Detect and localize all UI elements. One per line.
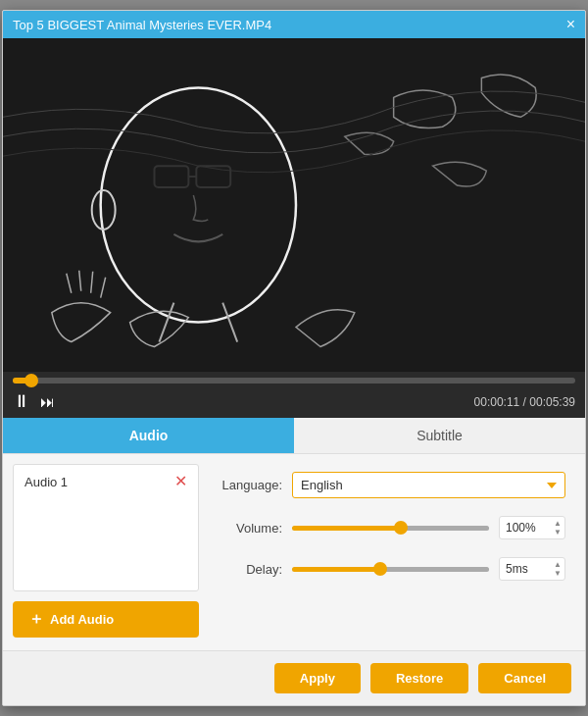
language-row: Language: English French Spanish German … xyxy=(219,472,565,498)
video-placeholder xyxy=(3,38,585,372)
restore-button[interactable]: Restore xyxy=(370,663,468,693)
add-audio-button[interactable]: ＋ Add Audio xyxy=(13,601,199,638)
title-bar: Top 5 BIGGEST Animal Mysteries EVER.MP4 … xyxy=(3,11,585,38)
delay-slider-container xyxy=(292,567,489,572)
volume-down-btn[interactable]: ▼ xyxy=(552,529,564,537)
controls-bar: ⏸ ⏭ 00:00:11 / 00:05:39 xyxy=(3,372,585,418)
audio-item-label: Audio 1 xyxy=(24,475,68,489)
volume-thumb[interactable] xyxy=(394,521,408,535)
volume-track[interactable] xyxy=(292,526,489,531)
tabs-row: Audio Subtitle xyxy=(3,418,585,454)
delay-value-wrapper: ▲ ▼ xyxy=(499,557,565,581)
pause-icon: ⏸ xyxy=(13,391,30,412)
plus-icon: ＋ xyxy=(28,609,44,630)
panel-body: Audio 1 ✕ ＋ Add Audio Language: English … xyxy=(3,454,585,650)
delay-thumb[interactable] xyxy=(373,562,387,576)
window-title: Top 5 BIGGEST Animal Mysteries EVER.MP4 xyxy=(13,18,271,32)
bottom-bar: Apply Restore Cancel xyxy=(3,650,585,705)
current-time: 00:00:11 xyxy=(474,395,520,409)
delay-down-btn[interactable]: ▼ xyxy=(552,570,564,578)
delay-label: Delay: xyxy=(219,562,282,577)
delay-fill-right xyxy=(380,567,489,572)
delay-track[interactable] xyxy=(292,567,489,572)
app-window: Top 5 BIGGEST Animal Mysteries EVER.MP4 … xyxy=(2,10,586,706)
settings-panel: Language: English French Spanish German … xyxy=(209,464,575,640)
total-time: 00:05:39 xyxy=(529,395,575,409)
volume-row: Volume: ▲ ▼ xyxy=(219,516,565,539)
cancel-button[interactable]: Cancel xyxy=(478,663,571,693)
skip-icon: ⏭ xyxy=(40,393,55,410)
video-area xyxy=(3,38,585,372)
language-select[interactable]: English French Spanish German Chinese Ja… xyxy=(292,472,565,498)
volume-slider-container xyxy=(292,526,489,531)
progress-thumb[interactable] xyxy=(24,374,38,387)
audio-list: Audio 1 ✕ xyxy=(13,464,199,591)
volume-spinners: ▲ ▼ xyxy=(552,516,564,539)
apply-button[interactable]: Apply xyxy=(274,663,361,693)
tab-subtitle[interactable]: Subtitle xyxy=(294,418,585,453)
delay-row: Delay: ▲ ▼ xyxy=(219,557,565,581)
language-label: Language: xyxy=(219,478,282,492)
controls-row: ⏸ ⏭ 00:00:11 / 00:05:39 xyxy=(13,391,575,412)
audio-left-col: Audio 1 ✕ ＋ Add Audio xyxy=(13,464,199,640)
volume-up-btn[interactable]: ▲ xyxy=(552,520,564,528)
volume-value-wrapper: ▲ ▼ xyxy=(499,516,565,539)
pause-button[interactable]: ⏸ xyxy=(13,391,30,412)
list-item: Audio 1 ✕ xyxy=(19,470,193,493)
time-display: 00:00:11 / 00:05:39 xyxy=(474,395,575,409)
volume-label: Volume: xyxy=(219,521,282,536)
skip-button[interactable]: ⏭ xyxy=(40,393,55,410)
svg-rect-1 xyxy=(3,39,585,372)
delay-up-btn[interactable]: ▲ xyxy=(552,561,564,569)
close-button[interactable]: × xyxy=(566,17,575,32)
delay-fill-left xyxy=(292,567,380,572)
audio-remove-button[interactable]: ✕ xyxy=(174,474,187,489)
volume-fill-left xyxy=(292,526,401,531)
delay-spinners: ▲ ▼ xyxy=(552,557,564,581)
controls-left: ⏸ ⏭ xyxy=(13,391,55,412)
tab-audio[interactable]: Audio xyxy=(3,418,294,453)
add-audio-label: Add Audio xyxy=(50,612,114,627)
progress-bar[interactable] xyxy=(13,378,575,384)
volume-fill-right xyxy=(401,526,489,531)
